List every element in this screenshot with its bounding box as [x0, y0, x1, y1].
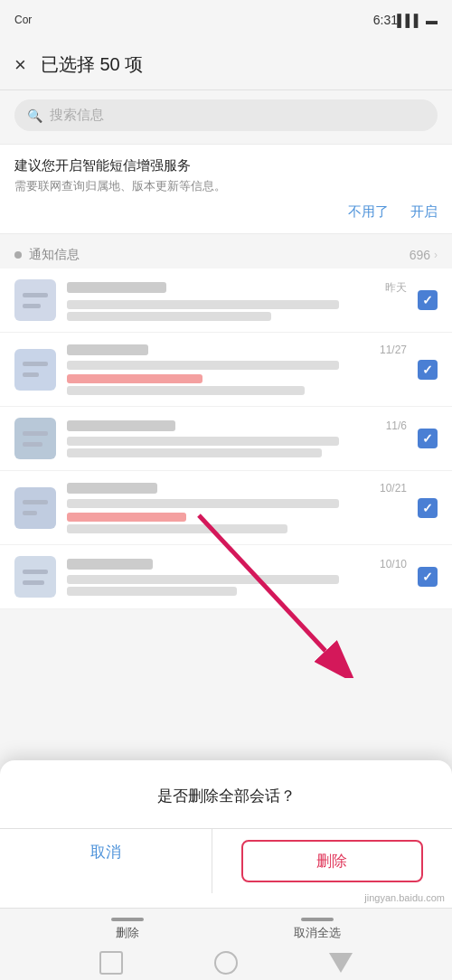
checkbox[interactable]: [418, 498, 438, 518]
section-count[interactable]: 696 ›: [410, 248, 438, 262]
message-preview: [67, 300, 339, 309]
message-preview: [67, 575, 339, 584]
status-bar-icons: ▌▌▌ ▬: [397, 14, 438, 27]
list-item[interactable]: 10/21: [0, 471, 452, 545]
search-input[interactable]: 🔍 搜索信息: [14, 99, 438, 131]
sender-name: [67, 559, 153, 570]
carrier-icon: Cor: [14, 14, 32, 26]
message-date: 10/21: [380, 482, 407, 495]
message-preview-2: [67, 587, 237, 596]
message-date: 11/6: [386, 419, 407, 432]
watermark: jingyan.baidu.com: [364, 892, 445, 903]
message-tag: [67, 513, 186, 522]
sender-name: [67, 344, 148, 355]
message-tag: [67, 374, 202, 383]
message-preview: [67, 499, 339, 508]
message-content: 10/10: [67, 558, 407, 596]
smart-sms-banner: 建议您开启智能短信增强服务 需要联网查询归属地、版本更新等信息。 不用了 开启: [0, 144, 452, 234]
sender-name: [67, 282, 166, 293]
top-bar: × 已选择 50 项: [0, 40, 452, 90]
message-content: 昨天: [67, 280, 407, 321]
banner-desc: 需要联网查询归属地、版本更新等信息。: [14, 178, 438, 194]
section-title: 通知信息: [14, 247, 80, 263]
checkbox[interactable]: [418, 429, 438, 448]
list-item[interactable]: 11/27: [0, 333, 452, 407]
message-list: 昨天 11/27: [0, 269, 452, 609]
dialog-cancel-button[interactable]: 取消: [0, 829, 212, 893]
message-preview: [67, 437, 339, 446]
search-placeholder: 搜索信息: [50, 107, 104, 124]
chevron-right-icon: ›: [434, 249, 438, 261]
search-icon: 🔍: [27, 108, 42, 123]
message-preview: [67, 361, 339, 370]
banner-title: 建议您开启智能短信增强服务: [14, 157, 438, 174]
confirm-dialog: 是否删除全部会话？ 取消 删除: [0, 760, 452, 908]
dialog-delete-button[interactable]: 删除: [241, 840, 424, 882]
section-header: 通知信息 696 ›: [0, 238, 452, 269]
nav-recent-icon[interactable]: [329, 953, 353, 973]
delete-bottom-button[interactable]: 删除: [111, 918, 144, 941]
message-preview-2: [67, 524, 287, 533]
message-preview-2: [67, 312, 271, 321]
checkbox[interactable]: [418, 567, 438, 587]
nav-home-icon[interactable]: [214, 951, 238, 975]
bottom-bar: 删除 取消全选: [0, 908, 452, 980]
dialog-title: 是否删除全部会话？: [0, 786, 452, 806]
avatar: [14, 279, 56, 321]
signal-icon: ▌▌▌: [397, 14, 422, 27]
avatar: [14, 487, 56, 529]
status-bar-left: Cor: [14, 14, 32, 26]
delete-bottom-icon: [111, 918, 144, 921]
message-content: 11/27: [67, 344, 407, 395]
battery-icon: ▬: [426, 14, 438, 27]
message-date: 昨天: [385, 280, 407, 296]
message-preview-2: [67, 448, 322, 457]
banner-actions: 不用了 开启: [14, 203, 438, 221]
list-item[interactable]: 10/10: [0, 545, 452, 609]
list-item[interactable]: 11/6: [0, 407, 452, 471]
nav-back-icon[interactable]: [99, 951, 123, 975]
search-bar: 🔍 搜索信息: [0, 90, 452, 140]
dialog-buttons: 取消 删除: [0, 828, 452, 893]
list-item[interactable]: 昨天: [0, 269, 452, 333]
cancel-select-label: 取消全选: [294, 925, 341, 941]
section-dot-icon: [14, 251, 22, 259]
delete-bottom-label: 删除: [116, 925, 139, 941]
status-bar-time: 6:31: [373, 13, 398, 27]
avatar: [14, 349, 56, 391]
banner-confirm-button[interactable]: 开启: [410, 203, 438, 221]
avatar: [14, 556, 56, 598]
message-date: 11/27: [380, 344, 407, 356]
page-title: 已选择 50 项: [41, 52, 143, 77]
cancel-select-button[interactable]: 取消全选: [294, 918, 341, 941]
status-bar: Cor 6:31 ▌▌▌ ▬: [0, 0, 452, 40]
cancel-select-icon: [301, 918, 334, 921]
sender-name: [67, 483, 157, 494]
message-content: 11/6: [67, 419, 407, 457]
checkbox[interactable]: [418, 360, 438, 380]
sender-name: [67, 420, 175, 431]
message-preview-2: [67, 386, 305, 395]
avatar: [14, 418, 56, 459]
checkbox[interactable]: [418, 290, 438, 310]
message-date: 10/10: [380, 558, 407, 570]
message-content: 10/21: [67, 482, 407, 533]
banner-cancel-button[interactable]: 不用了: [348, 203, 389, 221]
close-button[interactable]: ×: [14, 55, 26, 75]
